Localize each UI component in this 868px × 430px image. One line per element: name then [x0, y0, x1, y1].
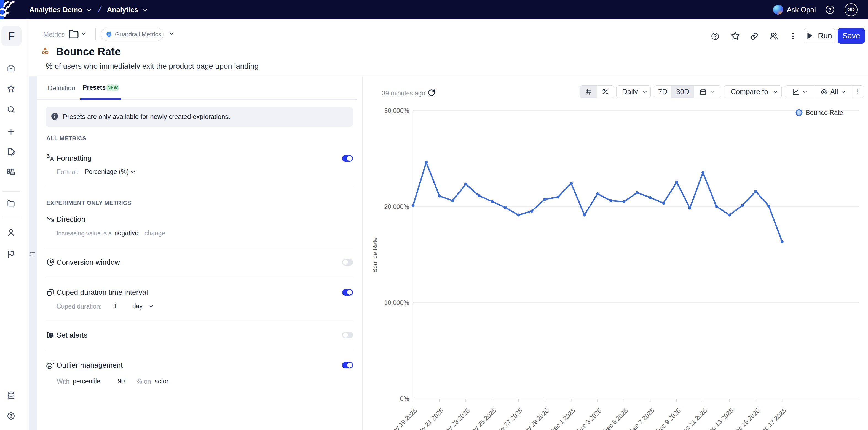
svg-text:Nov 29 2025: Nov 29 2025	[520, 407, 550, 430]
svg-text:0%: 0%	[400, 395, 409, 402]
svg-text:Dec 17 2025: Dec 17 2025	[757, 407, 787, 430]
svg-text:Dec 3 2025: Dec 3 2025	[575, 407, 603, 430]
svg-text:Dec 15 2025: Dec 15 2025	[731, 407, 761, 430]
svg-text:30,000%: 30,000%	[384, 107, 409, 114]
svg-text:Dec 1 2025: Dec 1 2025	[549, 407, 577, 430]
svg-text:10,000%: 10,000%	[384, 299, 409, 306]
svg-text:Nov 27 2025: Nov 27 2025	[493, 407, 524, 430]
svg-text:Dec 5 2025: Dec 5 2025	[601, 407, 629, 430]
svg-text:Nov 25 2025: Nov 25 2025	[467, 407, 498, 430]
svg-text:Dec 11 2025: Dec 11 2025	[678, 407, 708, 430]
svg-text:Nov 21 2025: Nov 21 2025	[414, 407, 445, 430]
svg-text:Nov 23 2025: Nov 23 2025	[441, 407, 471, 430]
svg-text:Nov 19 2025: Nov 19 2025	[388, 407, 418, 430]
svg-text:Dec 13 2025: Dec 13 2025	[704, 407, 735, 430]
svg-text:Bounce Rate: Bounce Rate	[371, 237, 378, 273]
svg-text:20,000%: 20,000%	[384, 203, 409, 210]
svg-text:Bounce Rate: Bounce Rate	[806, 109, 843, 116]
svg-text:Dec 7 2025: Dec 7 2025	[627, 407, 656, 430]
svg-text:Dec 9 2025: Dec 9 2025	[654, 407, 682, 430]
